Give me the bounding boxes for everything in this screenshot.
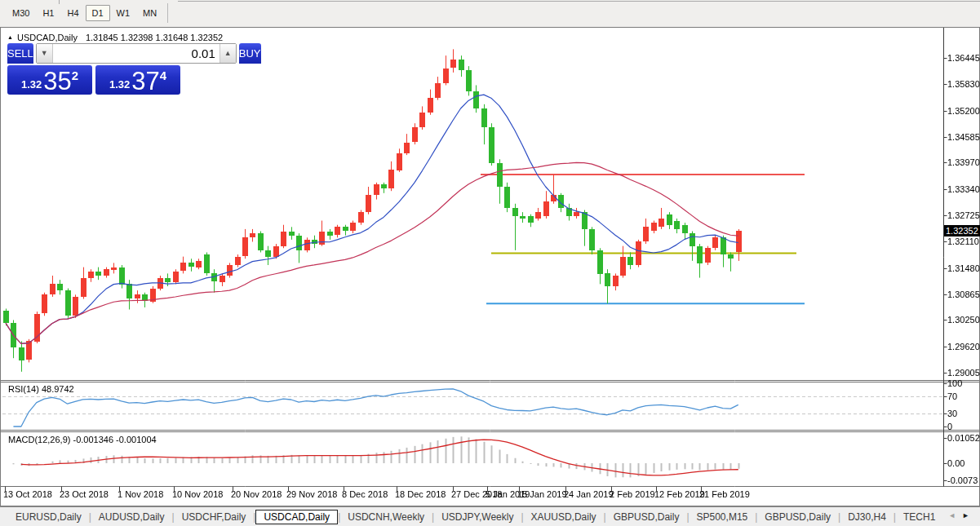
axis-tick-label: 30 bbox=[947, 409, 957, 418]
tab-dj30-h4[interactable]: DJ30,H4 bbox=[840, 510, 894, 524]
axis-tick-label: 70 bbox=[947, 391, 957, 401]
axis-tick-label: 1.29620 bbox=[947, 342, 980, 351]
tab-gbpusd-daily-2[interactable]: GBPUSD,Daily bbox=[757, 510, 838, 524]
tab-xauusd-daily[interactable]: XAUUSD,Daily bbox=[524, 510, 604, 524]
timeframe-button-mn[interactable]: MN bbox=[136, 5, 163, 21]
date-tick-label: 13 Oct 2018 bbox=[3, 489, 52, 499]
timeframe-button-w1[interactable]: W1 bbox=[110, 5, 137, 21]
date-tick-label: 10 Nov 2018 bbox=[172, 489, 223, 499]
axis-tick-label: 1.33970 bbox=[947, 157, 980, 167]
axis-tick-label: 1.29005 bbox=[947, 368, 980, 378]
axis-tick-label: 1.35200 bbox=[947, 106, 980, 116]
date-tick-label: 24 Jan 2019 bbox=[564, 489, 614, 499]
axis-tick-label: 1.30250 bbox=[947, 315, 980, 325]
tab-scroll-right-icon[interactable]: ► bbox=[962, 511, 976, 519]
volume-increase-button[interactable]: ▲ bbox=[220, 44, 236, 63]
volume-input[interactable] bbox=[53, 44, 220, 63]
sell-price-pip: 2 bbox=[72, 69, 78, 82]
axis-tick-label: 1.36445 bbox=[947, 53, 980, 63]
collapse-panel-icon[interactable]: ▲ bbox=[7, 34, 13, 40]
date-tick-label: 20 Nov 2018 bbox=[231, 489, 282, 499]
axis-tick-label: 1.30865 bbox=[947, 290, 980, 299]
axis-tick-label: 1.35830 bbox=[947, 79, 980, 89]
timeframe-button-h1[interactable]: H1 bbox=[36, 5, 60, 21]
date-tick-label: 12 Feb 2019 bbox=[654, 489, 705, 499]
tab-usdjpy-weekly[interactable]: USDJPY,Weekly bbox=[434, 510, 521, 524]
buy-price-prefix: 1.32 bbox=[109, 78, 130, 91]
date-tick-label: 8 Dec 2018 bbox=[342, 489, 388, 499]
timeframe-toolbar: M30H1H4D1W1MN bbox=[0, 0, 980, 27]
timeframe-button-h4[interactable]: H4 bbox=[60, 5, 85, 21]
tab-sp500-m15[interactable]: SP500,M15 bbox=[690, 510, 756, 524]
axis-tick-label: 0 bbox=[947, 422, 952, 431]
toolbar-dock-separator bbox=[59, 0, 60, 4]
axis-tick-label: 1.32110 bbox=[947, 236, 979, 246]
date-tick-label: 18 Dec 2018 bbox=[395, 489, 446, 499]
trading-terminal: { "toolbar": { "timeframes": ["M30", "H1… bbox=[0, 0, 980, 526]
date-tick-label: 23 Oct 2018 bbox=[60, 489, 109, 499]
chart-window: ▲USDCAD,Daily1.31845 1.32398 1.31648 1.3… bbox=[0, 27, 980, 506]
one-click-trading-panel: SELL ▼ ▲ BUY 1.32 35 2 1.32 37 4 bbox=[7, 43, 180, 95]
buy-button[interactable]: BUY bbox=[239, 43, 261, 64]
tab-eurusd-daily[interactable]: EURUSD,Daily bbox=[8, 510, 89, 524]
date-tick-label: 21 Feb 2019 bbox=[699, 489, 750, 499]
sell-price-button[interactable]: 1.32 35 2 bbox=[7, 65, 92, 95]
axis-tick-label: 1.33340 bbox=[947, 184, 980, 194]
tab-usdcad-daily[interactable]: USDCAD,Daily bbox=[255, 510, 338, 524]
sell-button[interactable]: SELL bbox=[7, 43, 33, 64]
chart-tab-bar: EURUSD,Daily|AUDUSD,Daily|USDCHF,Daily|U… bbox=[0, 506, 980, 526]
volume-spinner: ▼ ▲ bbox=[36, 43, 237, 64]
axis-tick-label: 100 bbox=[947, 378, 962, 388]
axis-tick-label: 0.010525 bbox=[947, 433, 980, 443]
date-tick-label: 2 Feb 2019 bbox=[610, 489, 655, 499]
tab-scroll-left-icon[interactable]: ◄ bbox=[948, 511, 962, 519]
tab-scroll-arrows: ◄► bbox=[948, 511, 976, 519]
buy-price-big: 37 bbox=[131, 69, 159, 94]
volume-decrease-button[interactable]: ▼ bbox=[37, 44, 53, 63]
axis-tick-label: -0.0073 bbox=[947, 475, 978, 485]
buy-price-button[interactable]: 1.32 37 4 bbox=[95, 65, 180, 95]
rsi-indicator-label: RSI(14) 48.9742 bbox=[8, 384, 74, 394]
buy-price-pip: 4 bbox=[160, 69, 166, 82]
tab-usdchf-daily[interactable]: USDCHF,Daily bbox=[175, 510, 254, 524]
chart-symbol-label: USDCAD,Daily bbox=[17, 33, 78, 42]
toolbar-separator bbox=[167, 3, 168, 23]
date-tick-label: 1 Nov 2018 bbox=[118, 489, 163, 499]
sell-price-prefix: 1.32 bbox=[21, 78, 42, 91]
tab-audusd-daily[interactable]: AUDUSD,Daily bbox=[91, 510, 172, 524]
date-tick-label: 29 Nov 2018 bbox=[286, 489, 337, 499]
chart-ohlc-values: 1.31845 1.32398 1.31648 1.32352 bbox=[86, 33, 223, 42]
timeframe-button-d1[interactable]: D1 bbox=[86, 5, 110, 21]
timeframe-button-m30[interactable]: M30 bbox=[6, 5, 36, 21]
axis-tick-label: 1.34585 bbox=[947, 132, 980, 142]
toolbar-dock-line bbox=[178, 1, 980, 2]
axis-tick-label: 1.32725 bbox=[947, 210, 980, 220]
current-price-tag: 1.32352 bbox=[944, 225, 980, 236]
tab-usdcnh-weekly[interactable]: USDCNH,Weekly bbox=[340, 510, 432, 524]
macd-indicator-label: MACD(12,26,9) -0.001346 -0.001004 bbox=[8, 435, 157, 444]
axis-tick-label: 0.00 bbox=[947, 458, 964, 468]
tab-tech1[interactable]: TECH1 bbox=[896, 510, 942, 524]
sell-price-big: 35 bbox=[43, 69, 71, 94]
date-tick-label: 15 Jan 2019 bbox=[517, 489, 567, 499]
tab-gbpusd-daily[interactable]: GBPUSD,Daily bbox=[606, 510, 687, 524]
chart-title: ▲USDCAD,Daily1.31845 1.32398 1.31648 1.3… bbox=[7, 33, 223, 42]
axis-tick-label: 1.31480 bbox=[947, 263, 980, 273]
